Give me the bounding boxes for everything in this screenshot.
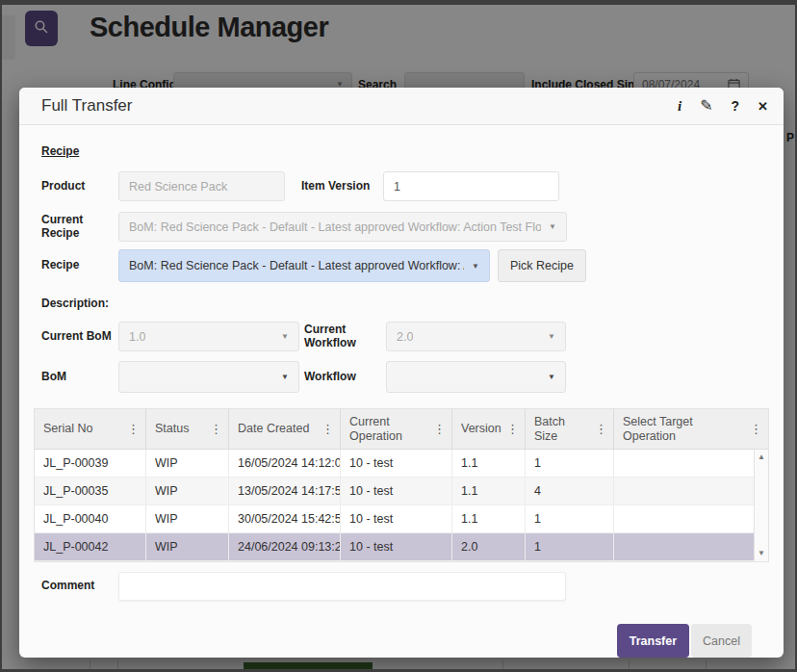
current-workflow-select: 2.0 ▼ — [386, 322, 566, 351]
grid-body: JL_P-00039WIP16/05/2024 14:12:0210 - tes… — [35, 450, 754, 561]
column-header[interactable]: Version⋮ — [452, 409, 526, 449]
chevron-down-icon: ▼ — [548, 332, 555, 341]
chevron-down-icon: ▼ — [548, 373, 555, 381]
table-cell: 2.0 — [452, 533, 526, 560]
table-cell: WIP — [146, 533, 229, 560]
column-header[interactable]: Current Operation⋮ — [341, 409, 452, 449]
table-cell: JL_P-00039 — [35, 450, 146, 477]
chevron-down-icon: ▼ — [472, 262, 479, 271]
current-recipe-label: Current Recipe — [41, 214, 118, 241]
table-cell: 10 - test — [341, 505, 452, 532]
bom-select[interactable]: ▼ — [118, 361, 299, 393]
modal-footer: Transfer Cancel — [41, 624, 752, 658]
table-cell: 24/06/2024 09:13:20 — [229, 533, 341, 560]
transfer-button[interactable]: Transfer — [617, 624, 689, 658]
modal-header: Full Transfer i ✎ ? ✕ — [19, 88, 784, 125]
description-label: Description: — [41, 297, 761, 310]
table-cell: WIP — [146, 478, 229, 504]
table-cell: 13/05/2024 14:17:52 — [229, 478, 341, 504]
column-header-label: Batch Size — [534, 415, 591, 443]
product-label: Product — [41, 180, 118, 194]
column-header-label: Serial No — [43, 422, 123, 435]
table-cell: 1 — [526, 533, 614, 560]
workflow-select[interactable]: ▼ — [386, 361, 566, 393]
chevron-down-icon: ▼ — [281, 332, 289, 341]
column-menu-icon[interactable]: ⋮ — [591, 422, 607, 436]
table-cell — [614, 505, 754, 532]
info-icon[interactable]: i — [678, 99, 681, 114]
table-cell: JL_P-00035 — [35, 478, 146, 504]
recipe-select[interactable]: BoM: Red Science Pack - Default - Latest… — [118, 249, 490, 282]
table-cell: WIP — [146, 450, 229, 477]
bom-label: BoM — [41, 371, 118, 384]
modal-title: Full Transfer — [41, 96, 132, 116]
product-input[interactable] — [118, 171, 285, 201]
table-row[interactable]: JL_P-00040WIP30/05/2024 15:42:5510 - tes… — [35, 505, 754, 533]
column-menu-icon[interactable]: ⋮ — [502, 422, 519, 436]
table-cell: 1 — [526, 450, 614, 477]
pick-recipe-button[interactable]: Pick Recipe — [498, 249, 586, 282]
modal-body: Recipe Product Item Version Current Reci… — [19, 125, 784, 658]
table-cell: JL_P-00040 — [35, 505, 146, 532]
table-cell: 1 — [526, 505, 614, 532]
column-header-label: Select Target Operation — [623, 415, 746, 443]
column-header[interactable]: Select Target Operation⋮ — [614, 409, 768, 449]
current-workflow-label: Current Workflow — [304, 323, 386, 350]
grid-body-wrap: JL_P-00039WIP16/05/2024 14:12:0210 - tes… — [35, 450, 768, 561]
table-cell: 1.1 — [452, 478, 526, 504]
column-menu-icon[interactable]: ⋮ — [429, 422, 446, 436]
table-cell — [614, 478, 754, 504]
scroll-down-icon[interactable]: ▼ — [758, 550, 765, 557]
table-cell: 1.1 — [452, 505, 526, 532]
table-cell: 4 — [526, 478, 614, 504]
column-header[interactable]: Status⋮ — [146, 409, 229, 449]
column-header[interactable]: Serial No⋮ — [35, 409, 146, 449]
table-cell: 16/05/2024 14:12:02 — [229, 450, 341, 477]
table-cell: 10 - test — [341, 450, 452, 477]
table-row[interactable]: JL_P-00035WIP13/05/2024 14:17:5210 - tes… — [35, 478, 754, 505]
comment-input[interactable] — [118, 572, 566, 601]
table-row[interactable]: JL_P-00042WIP24/06/2024 09:13:2010 - tes… — [35, 533, 754, 561]
column-menu-icon[interactable]: ⋮ — [746, 422, 762, 436]
column-header[interactable]: Batch Size⋮ — [526, 409, 614, 449]
recipe-section-label: Recipe — [41, 144, 761, 158]
table-cell — [614, 533, 754, 560]
table-cell: 10 - test — [341, 533, 452, 560]
item-version-input[interactable] — [383, 171, 559, 201]
column-menu-icon[interactable]: ⋮ — [206, 422, 222, 436]
help-icon[interactable]: ? — [732, 99, 740, 113]
current-bom-label: Current BoM — [41, 330, 118, 344]
current-bom-select: 1.0 ▼ — [118, 322, 299, 351]
comment-label: Comment — [41, 580, 118, 593]
cancel-button[interactable]: Cancel — [691, 624, 752, 658]
column-menu-icon[interactable]: ⋮ — [318, 422, 334, 436]
scroll-up-icon[interactable]: ▲ — [758, 453, 765, 461]
column-menu-icon[interactable]: ⋮ — [123, 422, 140, 436]
column-header-label: Status — [155, 422, 206, 435]
workflow-label: Workflow — [304, 371, 386, 384]
recipe-label: Recipe — [41, 259, 118, 272]
table-cell: 1.1 — [452, 450, 526, 477]
table-cell: JL_P-00042 — [35, 533, 146, 560]
table-cell: 30/05/2024 15:42:55 — [229, 505, 341, 532]
column-header[interactable]: Date Created⋮ — [229, 409, 341, 449]
full-transfer-modal: Full Transfer i ✎ ? ✕ Recipe Product Ite… — [19, 88, 784, 658]
column-header-label: Current Operation — [349, 415, 429, 443]
modal-header-icons: i ✎ ? ✕ — [678, 98, 768, 114]
table-cell: WIP — [146, 505, 229, 532]
table-scrollbar[interactable]: ▲ ▼ — [754, 450, 768, 561]
chevron-down-icon: ▼ — [549, 222, 556, 231]
current-recipe-select: BoM: Red Science Pack - Default - Latest… — [118, 212, 567, 242]
table-cell — [614, 450, 754, 477]
close-icon[interactable]: ✕ — [758, 100, 768, 113]
table-row[interactable]: JL_P-00039WIP16/05/2024 14:12:0210 - tes… — [35, 450, 754, 478]
serials-table: Serial No⋮Status⋮Date Created⋮Current Op… — [34, 408, 769, 562]
chevron-down-icon: ▼ — [281, 373, 289, 381]
grid-header: Serial No⋮Status⋮Date Created⋮Current Op… — [35, 409, 768, 450]
edit-pencil-icon[interactable]: ✎ — [700, 98, 712, 114]
column-header-label: Version — [461, 422, 502, 435]
item-version-label: Item Version — [301, 180, 383, 194]
column-header-label: Date Created — [238, 422, 318, 435]
table-cell: 10 - test — [341, 478, 452, 504]
